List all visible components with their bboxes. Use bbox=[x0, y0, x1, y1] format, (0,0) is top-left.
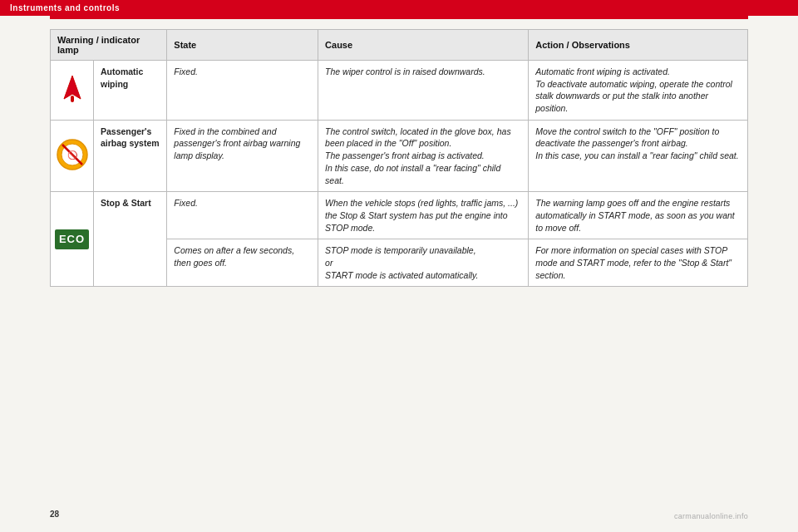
table-row: Automatic wiping Fixed. The wiper contro… bbox=[51, 61, 748, 121]
stop-start-label: Stop & Start bbox=[94, 192, 167, 287]
svg-rect-1 bbox=[71, 96, 74, 102]
page-number: 28 bbox=[50, 510, 59, 519]
col-action: Action / Observations bbox=[529, 30, 748, 61]
wiper-label: Automatic wiping bbox=[94, 61, 167, 121]
col-state: State bbox=[167, 30, 318, 61]
stop-start-cause-2: STOP mode is temporarily unavailable, or… bbox=[318, 239, 529, 287]
svg-marker-0 bbox=[64, 76, 81, 99]
stop-start-action-2: For more information on special cases wi… bbox=[529, 239, 748, 287]
airbag-action: Move the control switch to the "OFF" pos… bbox=[529, 120, 748, 191]
wiper-icon-cell bbox=[51, 61, 94, 121]
stop-start-action-1: The warning lamp goes off and the engine… bbox=[529, 192, 748, 239]
wiper-action: Automatic front wiping is activated. To … bbox=[529, 61, 748, 121]
airbag-icon: 🚫 bbox=[56, 138, 89, 171]
airbag-state: Fixed in the combined and passenger's fr… bbox=[167, 120, 318, 191]
col-warning: Warning / indicator lamp bbox=[51, 30, 167, 61]
warning-table: Warning / indicator lamp State Cause Act… bbox=[50, 29, 748, 287]
wiper-icon bbox=[57, 74, 87, 104]
page-header: Instruments and controls bbox=[0, 0, 798, 16]
table-row: 🚫 Passenger's airbag system Fixed in the… bbox=[51, 120, 748, 191]
table-row: ECO Stop & Start Fixed. When the vehicle… bbox=[51, 192, 748, 239]
airbag-label: Passenger's airbag system bbox=[94, 120, 167, 191]
stop-start-state-1: Fixed. bbox=[167, 192, 318, 239]
airbag-icon-cell: 🚫 bbox=[51, 120, 94, 191]
stop-start-state-2: Comes on after a few seconds, then goes … bbox=[167, 239, 318, 287]
airbag-cause: The control switch, located in the glove… bbox=[318, 120, 529, 191]
eco-icon-cell: ECO bbox=[51, 192, 94, 287]
wiper-state: Fixed. bbox=[167, 61, 318, 121]
svg-text:🚫: 🚫 bbox=[67, 150, 78, 160]
header-title: Instruments and controls bbox=[10, 3, 120, 12]
stop-start-cause-1: When the vehicle stops (red lights, traf… bbox=[318, 192, 529, 239]
wiper-cause: The wiper control is in raised downwards… bbox=[318, 61, 529, 121]
eco-badge: ECO bbox=[55, 229, 89, 249]
table-header-row: Warning / indicator lamp State Cause Act… bbox=[51, 30, 748, 61]
watermark: carmanualonline.info bbox=[674, 512, 748, 520]
col-cause: Cause bbox=[318, 30, 529, 61]
main-content: Warning / indicator lamp State Cause Act… bbox=[0, 19, 798, 297]
